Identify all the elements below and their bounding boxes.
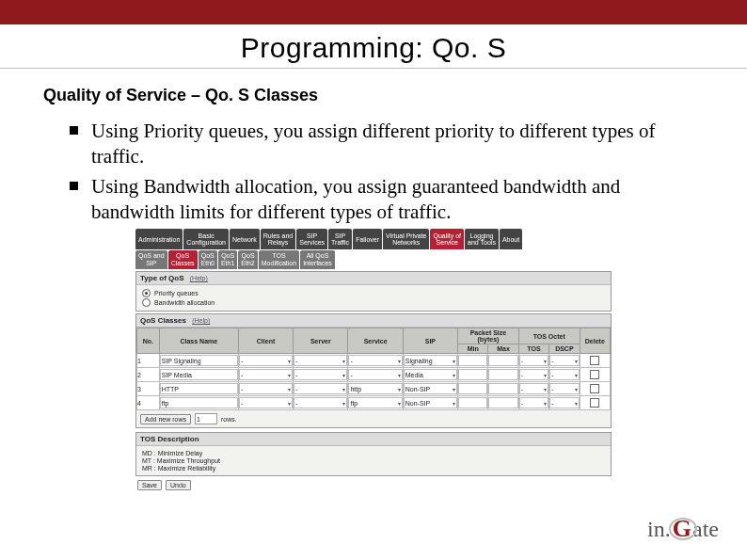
service-select[interactable]: -▾ (348, 355, 402, 366)
help-link[interactable]: (Help) (192, 317, 210, 324)
chevron-down-icon: ▾ (575, 400, 578, 407)
server-select[interactable]: -▾ (294, 383, 347, 394)
cell-no: 2 (137, 368, 160, 382)
server-select[interactable]: -▾ (294, 397, 347, 408)
section-header: TOS Description (136, 433, 611, 446)
sip-select[interactable]: Non-SIP▾ (404, 383, 457, 394)
client-select[interactable]: -▾ (239, 383, 293, 394)
sip-select[interactable]: Media▾ (404, 369, 457, 380)
tab-logging[interactable]: Logging and Tools (465, 229, 499, 249)
subtab-qos-eth1[interactable]: QoS Eth1 (218, 250, 237, 269)
tos-desc-row: MT : Maximize Throughput (142, 457, 605, 464)
section-header: QoS Classes (Help) (136, 314, 611, 328)
chevron-down-icon: ▾ (342, 372, 345, 378)
chevron-down-icon: ▾ (342, 400, 345, 407)
tab-about[interactable]: About (500, 229, 522, 249)
client-select[interactable]: -▾ (239, 397, 293, 408)
col-tos-octet: TOS Octet (518, 328, 580, 344)
max-input[interactable] (488, 355, 517, 366)
tos-select[interactable]: -▾ (519, 355, 548, 366)
delete-checkbox[interactable] (590, 398, 599, 408)
delete-checkbox[interactable] (590, 370, 599, 379)
add-rows-button[interactable]: Add new rows (140, 414, 191, 424)
undo-button[interactable]: Undo (166, 480, 191, 490)
service-select[interactable]: ftp▾ (348, 397, 402, 408)
col-delete: Delete (580, 328, 610, 354)
max-input[interactable] (488, 397, 517, 408)
subtab-qos-eth0[interactable]: QoS Eth0 (199, 250, 217, 269)
client-select[interactable]: -▾ (239, 369, 293, 380)
tab-administration[interactable]: Administration (135, 229, 183, 249)
table-row: 1SIP Signaling-▾-▾-▾Signaling▾-▾-▾ (137, 354, 611, 368)
class-name-input[interactable]: ftp (160, 397, 238, 408)
service-select[interactable]: http▾ (348, 383, 402, 394)
subtab-qos-eth2[interactable]: QoS Eth2 (238, 250, 257, 269)
server-select[interactable]: -▾ (294, 369, 347, 380)
class-name-input[interactable]: SIP Media (160, 369, 238, 380)
subtab-qos-classes[interactable]: QoS Classes (168, 250, 198, 269)
radio-priority-queues[interactable]: Priority queues (142, 289, 605, 297)
class-name-input[interactable]: HTTP (160, 383, 238, 394)
subtab-all-qos[interactable]: All QoS Interfaces (300, 250, 335, 269)
delete-checkbox[interactable] (590, 356, 599, 365)
service-select[interactable]: -▾ (348, 369, 402, 380)
chevron-down-icon: ▾ (575, 386, 578, 392)
tab-failover[interactable]: Failover (353, 229, 382, 249)
chevron-down-icon: ▾ (398, 386, 401, 392)
max-input[interactable] (488, 369, 517, 380)
delete-checkbox[interactable] (590, 384, 599, 393)
footer-buttons: Save Undo (135, 476, 612, 492)
tab-network[interactable]: Network (230, 229, 260, 249)
chevron-down-icon: ▾ (544, 386, 547, 392)
dscp-select[interactable]: -▾ (549, 369, 579, 380)
max-input[interactable] (488, 383, 517, 394)
chevron-down-icon: ▾ (342, 386, 345, 392)
chevron-down-icon: ▾ (342, 358, 345, 364)
tab-sip-services[interactable]: SIP Services (296, 229, 327, 249)
class-name-input[interactable]: SIP Signaling (160, 355, 238, 366)
col-dscp: DSCP (549, 344, 580, 354)
dscp-select[interactable]: -▾ (549, 355, 579, 366)
bullet-square-icon (70, 126, 78, 135)
chevron-down-icon: ▾ (288, 372, 291, 378)
slide-subtitle: Quality of Service – Qo. S Classes (43, 86, 747, 105)
min-input[interactable] (458, 355, 487, 366)
min-input[interactable] (458, 397, 487, 408)
subtab-qos-sip[interactable]: QoS and SIP (135, 250, 167, 269)
cell-no: 3 (137, 382, 160, 396)
table-row: 2SIP Media-▾-▾-▾Media▾-▾-▾ (137, 368, 611, 382)
server-select[interactable]: -▾ (294, 355, 347, 366)
bullet-square-icon (70, 182, 78, 190)
tos-select[interactable]: -▾ (519, 369, 548, 380)
tab-qos[interactable]: Quality of Service (430, 229, 464, 249)
bullet-item: Using Priority queues, you assign differ… (70, 119, 691, 170)
section-title: TOS Description (140, 435, 199, 443)
ingate-logo: in. G ate (647, 515, 719, 543)
radio-icon (142, 289, 151, 297)
help-link[interactable]: (Help) (190, 275, 208, 281)
sip-select[interactable]: Non-SIP▾ (404, 397, 457, 408)
save-button[interactable]: Save (137, 480, 162, 490)
min-input[interactable] (458, 369, 487, 380)
radio-label: Priority queues (154, 290, 199, 296)
tab-sip-traffic[interactable]: SIP Traffic (328, 229, 352, 249)
tab-vpn[interactable]: Virtual Private Networks (383, 229, 429, 249)
client-select[interactable]: -▾ (239, 355, 293, 366)
dscp-select[interactable]: -▾ (549, 383, 579, 394)
section-title: Type of QoS (140, 274, 184, 282)
sip-select[interactable]: Signaling▾ (404, 355, 457, 366)
tos-select[interactable]: -▾ (519, 383, 548, 394)
subtab-tos-mod[interactable]: TOS Modification (259, 250, 299, 269)
qos-classes-section: QoS Classes (Help) No. Class Name Client… (135, 313, 612, 428)
radio-icon (142, 298, 151, 307)
col-server: Server (294, 328, 348, 354)
tos-desc-row: MD : Minimize Delay (142, 450, 605, 456)
tab-basic-configuration[interactable]: Basic Configuration (183, 229, 229, 249)
dscp-select[interactable]: -▾ (549, 397, 579, 408)
add-rows-count-input[interactable]: 1 (195, 413, 217, 424)
radio-bandwidth-allocation[interactable]: Bandwidth allocation (142, 298, 605, 307)
tos-select[interactable]: -▾ (519, 397, 548, 408)
tab-rules-relays[interactable]: Rules and Relays (261, 229, 296, 249)
tos-desc-row: MR : Maximize Reliability (142, 465, 605, 472)
min-input[interactable] (458, 383, 487, 394)
